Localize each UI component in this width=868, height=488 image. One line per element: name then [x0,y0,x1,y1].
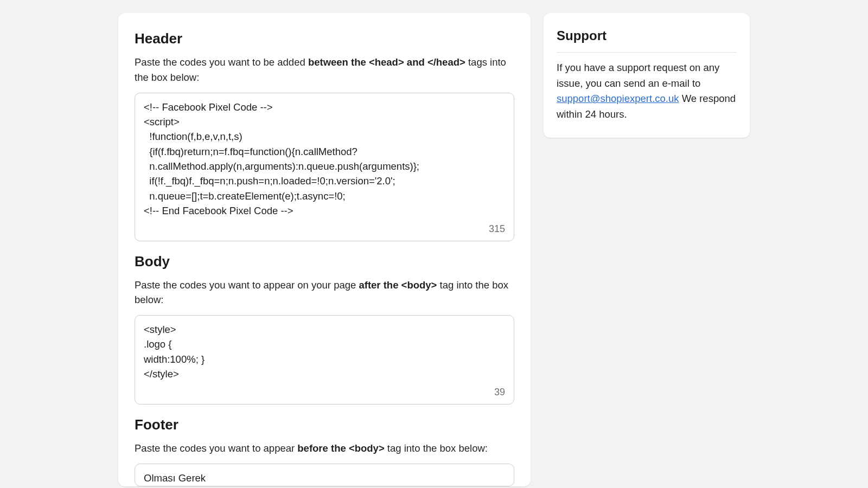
header-char-count: 315 [144,219,505,236]
footer-desc-bold: before the <body> [297,442,384,454]
body-section-title: Body [135,251,514,272]
header-section-title: Header [135,28,514,49]
body-char-count: 39 [144,382,505,400]
header-section-description: Paste the codes you want to be added bet… [135,55,514,85]
footer-code-box [135,464,514,486]
support-card: Support If you have a support request on… [544,13,750,138]
body-desc-bold: after the <body> [359,279,437,291]
header-code-input[interactable] [144,100,505,219]
body-code-input[interactable] [144,322,505,382]
body-section-description: Paste the codes you want to appear on yo… [135,278,514,308]
header-code-box: 315 [135,93,514,241]
main-settings-card: Header Paste the codes you want to be ad… [118,13,531,486]
support-divider [557,52,737,53]
footer-code-input[interactable] [144,471,505,486]
support-email-link[interactable]: support@shopiexpert.co.uk [557,93,679,104]
footer-section-title: Footer [135,414,514,435]
footer-section-description: Paste the codes you want to appear befor… [135,441,514,456]
header-desc-before: Paste the codes you want to be added [135,56,308,68]
support-title: Support [557,26,737,46]
body-desc-before: Paste the codes you want to appear on yo… [135,279,359,291]
support-text: If you have a support request on any iss… [557,60,737,123]
body-code-box: 39 [135,315,514,404]
support-text-before: If you have a support request on any iss… [557,62,719,89]
footer-desc-after: tag into the box below: [385,442,488,454]
footer-desc-before: Paste the codes you want to appear [135,442,297,454]
header-desc-bold: between the <head> and </head> [308,56,465,68]
